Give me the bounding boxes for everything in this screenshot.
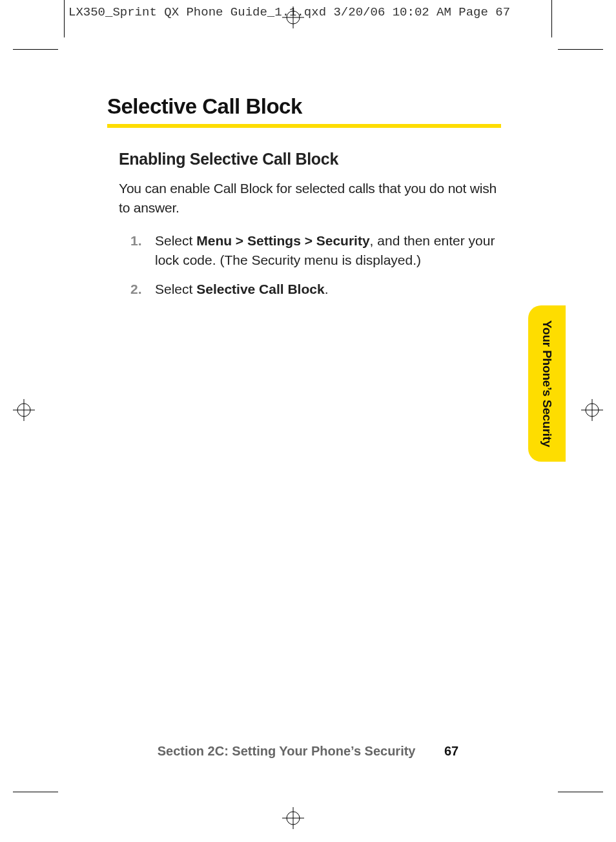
footer-section: Section 2C: Setting Your Phone’s Securit… [158,744,416,758]
page-footer: Section 2C: Setting Your Phone’s Securit… [0,744,616,759]
step-item: 1. Select Menu > Settings > Security, an… [130,231,501,271]
step-body: Select Selective Call Block. [155,280,501,299]
registration-mark-icon [282,6,304,28]
registration-mark-icon [581,399,603,421]
step-number: 1. [130,231,155,251]
step-text: . [325,282,329,296]
step-bold: Menu > Settings > Security [196,233,369,248]
page-title: Selective Call Block [107,94,501,119]
steps-list: 1. Select Menu > Settings > Security, an… [130,231,501,299]
footer-page-number: 67 [444,744,458,758]
registration-mark-icon [13,399,35,421]
intro-paragraph: You can enable Call Block for selected c… [119,179,501,218]
crop-mark [64,0,65,37]
crop-mark [551,0,552,37]
page-root: LX350_Sprint QX Phone Guide_1.1.qxd 3/20… [0,0,616,842]
side-tab: Your Phone’s Security [528,305,566,462]
step-bold: Selective Call Block [196,282,324,296]
content-area: Selective Call Block Enabling Selective … [107,94,501,308]
crop-mark [13,49,58,50]
side-tab-label: Your Phone’s Security [540,320,554,447]
registration-mark-icon [282,807,304,829]
section-heading: Enabling Selective Call Block [119,150,501,169]
step-item: 2. Select Selective Call Block. [130,280,501,299]
crop-mark [558,49,603,50]
crop-mark [558,792,603,792]
step-text: Select [155,282,196,296]
crop-mark [13,792,58,792]
step-text: Select [155,233,196,248]
step-body: Select Menu > Settings > Security, and t… [155,231,501,271]
step-number: 2. [130,280,155,299]
title-underline [107,124,501,128]
